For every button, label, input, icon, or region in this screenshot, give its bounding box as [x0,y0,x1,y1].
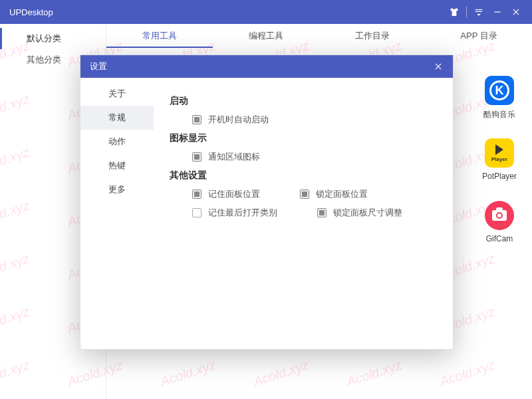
tab-label: 工作目录 [355,31,390,41]
option-label: 锁定面板尺寸调整 [333,207,402,219]
settings-tab-more[interactable]: 更多 [80,178,154,201]
kugou-icon: K [485,76,514,105]
option-remember-pos[interactable]: 记住面板位置 [192,188,260,200]
sidebar-item-label: 默认分类 [27,33,61,45]
settings-tab-label: 更多 [108,184,126,196]
settings-tab-hotkey[interactable]: 热键 [80,154,154,178]
sidebar-item-default[interactable]: 默认分类 [0,28,106,49]
section-startup-title: 启动 [170,95,437,107]
app-label: GifCam [471,234,528,243]
checkbox-icon [192,190,201,199]
sidebar-item-label: 其他分类 [27,54,61,66]
theme-button[interactable] [445,0,464,24]
svg-rect-0 [475,9,483,10]
settings-tab-label: 热键 [108,160,126,172]
checkbox-icon [192,208,201,217]
option-label: 开机时自动启动 [208,114,269,126]
tab-label: 编程工具 [249,31,283,41]
app-shortcut[interactable]: K酷狗音乐 [471,76,528,120]
app-shortcut[interactable]: GifCam [471,201,528,243]
option-label: 记住最后打开类别 [208,207,277,219]
tab-common-tools[interactable]: 常用工具 [106,24,213,48]
option-label: 记住面板位置 [208,188,260,200]
settings-tab-general[interactable]: 常规 [80,106,154,130]
modal-header: 设置 [80,55,453,78]
checkbox-icon [192,152,201,162]
close-icon [434,62,443,71]
settings-tab-label: 常规 [108,112,126,124]
modal-close-button[interactable] [429,57,448,76]
svg-rect-1 [475,11,483,12]
gifcam-icon [485,201,514,230]
app-label: 酷狗音乐 [471,109,528,120]
checkbox-icon [192,115,201,124]
settings-tab-label: 关于 [108,88,126,100]
settings-tab-label: 动作 [108,136,126,148]
checkbox-icon [300,190,309,199]
minimize-button[interactable] [488,0,507,24]
tab-app-dir[interactable]: APP 目录 [426,24,532,48]
tab-work-dir[interactable]: 工作目录 [319,24,426,48]
option-lock-resize[interactable]: 锁定面板尺寸调整 [317,207,402,219]
settings-pane: 启动 开机时自动启动 图标显示 通知区域图标 其他设置 记住面板位置 锁定面板位… [154,78,453,349]
option-label: 通知区域图标 [208,151,260,163]
close-window-button[interactable] [507,0,525,24]
app-shortcut[interactable]: PlayerPotPlayer [471,138,528,181]
app-title: UPDesktop [9,7,53,17]
app-label: PotPlayer [471,172,528,181]
minimize-icon [493,7,502,17]
settings-tab-action[interactable]: 动作 [80,130,154,154]
option-lock-pos[interactable]: 锁定面板位置 [300,188,368,200]
settings-tab-about[interactable]: 关于 [80,82,154,106]
checkbox-icon [317,208,327,217]
potplayer-icon: Player [485,138,514,168]
modal-title: 设置 [90,61,107,72]
section-other-title: 其他设置 [170,170,437,182]
menu-button[interactable] [469,0,488,24]
titlebar-separator [466,7,467,17]
section-icon-title: 图标显示 [170,132,437,144]
tab-label: APP 目录 [460,31,497,41]
option-auto-start[interactable]: 开机时自动启动 [192,114,269,126]
tab-dev-tools[interactable]: 编程工具 [213,24,319,48]
option-remember-last[interactable]: 记住最后打开类别 [192,207,277,219]
settings-modal: 设置 关于 常规 动作 热键 更多 启动 开机时自动启动 图标显示 通知区域图标… [80,55,454,350]
top-tabs: 常用工具 编程工具 工作目录 APP 目录 [106,24,532,48]
settings-sidebar: 关于 常规 动作 热键 更多 [80,78,154,349]
close-icon [511,7,521,17]
option-tray-icon[interactable]: 通知区域图标 [192,151,260,163]
titlebar: UPDesktop [0,0,532,24]
menu-dropdown-icon [474,7,483,17]
option-label: 锁定面板位置 [316,188,368,200]
tab-label: 常用工具 [142,31,177,41]
shirt-icon [449,7,460,17]
